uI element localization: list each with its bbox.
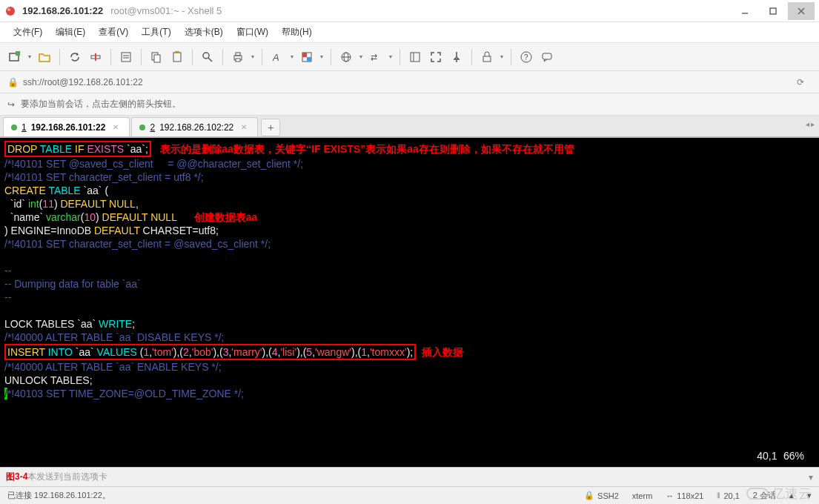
menu-help[interactable]: 帮助(H) <box>276 24 318 41</box>
address-bar: 🔒 ssh://root@192.168.26.101:22 ⟳ <box>0 71 819 93</box>
status-dot-icon <box>139 125 145 130</box>
print-icon[interactable] <box>229 48 247 66</box>
menu-edit[interactable]: 编辑(E) <box>50 24 91 41</box>
address-url[interactable]: ssh://root@192.168.26.101:22 <box>23 77 143 87</box>
dropdown-icon[interactable]: ▾ <box>250 53 256 60</box>
status-connection: 已连接 192.168.26.101:22。 <box>7 490 571 501</box>
svg-line-18 <box>208 58 212 62</box>
menubar: 文件(F) 编辑(E) 查看(V) 工具(T) 选项卡(B) 窗口(W) 帮助(… <box>0 22 819 43</box>
refresh-icon[interactable]: ⟳ <box>797 77 812 87</box>
annotation-create: 创建数据表aa <box>194 211 258 223</box>
menu-window[interactable]: 窗口(W) <box>231 24 274 41</box>
app-icon <box>4 5 16 17</box>
fullscreen-icon[interactable] <box>427 48 445 66</box>
status-bar: 已连接 192.168.26.101:22。 🔒SSH2 xterm ↔118x… <box>0 486 819 504</box>
svg-rect-35 <box>543 53 551 59</box>
dropdown-icon[interactable]: ▾ <box>358 53 364 60</box>
annotation-insert: 插入数据 <box>422 346 463 358</box>
close-tab-icon[interactable]: ✕ <box>238 122 250 133</box>
window-subtitle: root@vms001:~ - Xshell 5 <box>110 5 222 16</box>
svg-text:⇄: ⇄ <box>371 53 377 62</box>
svg-rect-16 <box>175 51 179 53</box>
send-bar[interactable]: 图3-4本发送到当前选项卡 ▾ <box>0 467 819 486</box>
disconnect-icon[interactable] <box>87 48 105 66</box>
svg-point-17 <box>203 53 209 59</box>
dropdown-icon[interactable]: ▾ <box>499 53 505 60</box>
help-icon[interactable]: ? <box>517 48 535 66</box>
svg-rect-20 <box>236 53 240 56</box>
status-dot-icon <box>11 125 17 130</box>
close-button[interactable] <box>788 2 815 20</box>
arrow-icon[interactable]: ↪ <box>7 99 15 110</box>
new-session-icon[interactable] <box>6 48 24 66</box>
annotation-drop: 表示的是删除aa数据表，关键字“IF EXISTS”表示如果aa存在则删除，如果… <box>160 143 574 155</box>
svg-point-1 <box>7 8 10 11</box>
tab-number: 2 <box>150 122 155 133</box>
dropdown-icon[interactable]: ▾ <box>27 53 33 60</box>
chevron-down-icon[interactable]: ▾ <box>809 472 813 483</box>
hint-text: 要添加当前会话，点击左侧的箭头按钮。 <box>21 98 181 110</box>
chat-icon[interactable] <box>538 48 556 66</box>
menu-view[interactable]: 查看(V) <box>93 24 134 41</box>
svg-rect-32 <box>483 56 491 62</box>
tab-number: 1 <box>21 122 27 133</box>
figure-label: 图3-4 <box>6 471 27 483</box>
watermark: 亿速云 <box>746 485 812 503</box>
tab-label: 192.168.26.101:22 <box>31 122 106 133</box>
add-tab-button[interactable]: + <box>261 119 280 136</box>
properties-icon[interactable] <box>117 48 135 66</box>
dropdown-icon[interactable]: ▾ <box>388 53 394 60</box>
send-text: 本发送到当前选项卡 <box>27 471 107 483</box>
terminal[interactable]: DROP TABLE IF EXISTS `aa`; 表示的是删除aa数据表，关… <box>0 138 819 467</box>
encoding-icon[interactable]: ⇄ <box>367 48 385 66</box>
tab-next-icon[interactable]: ▸ <box>811 120 815 128</box>
svg-rect-21 <box>236 59 240 62</box>
svg-rect-14 <box>154 55 160 62</box>
svg-rect-25 <box>307 57 311 62</box>
tab-session-1[interactable]: 1 192.168.26.101:22 ✕ <box>3 117 130 136</box>
status-size: ↔118x21 <box>666 491 703 500</box>
dropdown-icon[interactable]: ▾ <box>319 53 325 60</box>
titlebar: 192.168.26.101:22 root@vms001:~ - Xshell… <box>0 0 819 22</box>
status-protocol: 🔒SSH2 <box>584 491 619 500</box>
menu-tools[interactable]: 工具(T) <box>136 24 176 41</box>
menu-tabs[interactable]: 选项卡(B) <box>179 24 229 41</box>
svg-rect-10 <box>122 53 130 62</box>
sidebar-icon[interactable] <box>406 48 424 66</box>
menu-file[interactable]: 文件(F) <box>7 24 48 41</box>
paste-icon[interactable] <box>168 48 186 66</box>
font-icon[interactable]: A <box>268 48 286 66</box>
hint-bar: ↪ 要添加当前会话，点击左侧的箭头按钮。 <box>0 93 819 116</box>
pin-icon[interactable] <box>448 48 465 66</box>
tab-nav: ◂ ▸ <box>806 120 815 128</box>
copy-icon[interactable] <box>147 48 165 66</box>
toolbar: ▾ ▾ A ▾ ▾ ▾ ⇄ ▾ ▾ ? <box>0 43 819 71</box>
status-cursor: ⦀20,1 <box>717 491 739 500</box>
minimize-button[interactable] <box>732 2 758 20</box>
close-tab-icon[interactable]: ✕ <box>110 122 122 133</box>
status-termtype: xterm <box>632 491 653 500</box>
svg-rect-7 <box>16 51 20 56</box>
svg-rect-15 <box>173 53 181 62</box>
tab-prev-icon[interactable]: ◂ <box>806 120 809 128</box>
lock-small-icon: 🔒 <box>7 77 19 87</box>
maximize-button[interactable] <box>760 2 786 20</box>
terminal-position: 40,1 66% <box>757 449 804 462</box>
svg-rect-24 <box>302 53 307 57</box>
window-title: 192.168.26.101:22 <box>22 5 103 16</box>
svg-rect-3 <box>770 8 776 14</box>
svg-text:A: A <box>272 52 279 63</box>
svg-text:?: ? <box>524 53 528 62</box>
color-icon[interactable] <box>298 48 316 66</box>
svg-rect-30 <box>411 53 420 62</box>
svg-point-0 <box>6 7 15 16</box>
tab-bar: 1 192.168.26.101:22 ✕ 2 192.168.26.102:2… <box>0 116 819 138</box>
tab-session-2[interactable]: 2 192.168.26.102:22 ✕ <box>131 117 258 136</box>
dropdown-icon[interactable]: ▾ <box>289 53 295 60</box>
reconnect-icon[interactable] <box>66 48 84 66</box>
globe-icon[interactable] <box>337 48 355 66</box>
lock-icon[interactable] <box>478 48 496 66</box>
open-icon[interactable] <box>36 48 53 66</box>
tab-label: 192.168.26.102:22 <box>159 122 233 133</box>
search-icon[interactable] <box>199 48 216 66</box>
